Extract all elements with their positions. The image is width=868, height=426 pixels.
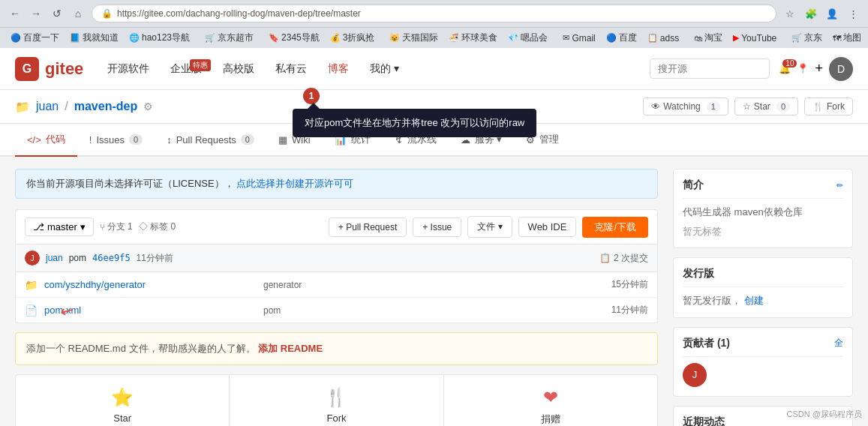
tab-pullrequests[interactable]: ↕ Pull Requests 0 — [155, 124, 266, 157]
contributors-header: 贡献者 (1) 全 — [683, 337, 843, 357]
tab-pipeline[interactable]: ↯ 流水线 — [383, 124, 449, 157]
bookmark-tmall[interactable]: 😺 天猫国际 — [385, 30, 443, 46]
repo-type-icon: 📁 — [15, 100, 30, 114]
tags-stat[interactable]: ◇ 标签 0 — [139, 220, 176, 233]
repo-owner-link[interactable]: juan — [36, 100, 59, 113]
star-stat[interactable]: ⭐ Star 0 — [16, 375, 230, 426]
fork-button[interactable]: 🍴 Fork — [804, 98, 853, 116]
tab-code[interactable]: </> 代码 — [15, 124, 77, 157]
file-name-cell: com/yszhdhy/generator — [44, 279, 256, 290]
nav-university[interactable]: 高校版 — [214, 58, 263, 80]
tab-issues[interactable]: ! Issues 0 — [77, 124, 155, 157]
commit-message: pom — [69, 253, 86, 263]
back-button[interactable]: ← — [6, 4, 24, 22]
wiki-icon: ▦ — [278, 134, 287, 146]
baidu-icon: 🔵 — [11, 33, 21, 43]
notification-button[interactable]: 🔔 10 — [779, 63, 791, 74]
url-bar[interactable]: 🔒 https://gitee.com/dachang-rolling-dog/… — [92, 4, 776, 22]
bookmark-baidu[interactable]: 🔵 百度一下 — [6, 30, 64, 46]
search-input[interactable] — [650, 58, 770, 79]
watch-button[interactable]: 👁 Watching 1 — [643, 98, 728, 116]
main-nav: 开源软件 企业版 特惠 高校版 私有云 博客 我的 ▾ — [98, 58, 408, 80]
add-readme-link[interactable]: 添加 README — [258, 343, 323, 354]
bookmark-baidu2[interactable]: 🔵 百度 — [602, 30, 641, 46]
bookmark-vip[interactable]: 💎 嗯品会 — [503, 30, 552, 46]
bookmark-wozhizhidao[interactable]: 📘 我就知道 — [65, 30, 123, 46]
account-icon[interactable]: 👤 — [823, 4, 841, 22]
nav-enterprise[interactable]: 企业版 特惠 — [161, 58, 211, 80]
bookmark-jd[interactable]: 🛒 京东超市 — [200, 30, 258, 46]
bookmark-youtube[interactable]: ▶ YouTube — [728, 32, 781, 45]
commit-author[interactable]: juan — [46, 253, 63, 263]
bookmark-2345[interactable]: 🔖 2345导航 — [264, 30, 324, 46]
bookmark-hao123[interactable]: 🌐 hao123导航 — [125, 30, 194, 46]
user-avatar[interactable]: D — [829, 57, 853, 81]
file-time-cell: 15分钟前 — [588, 278, 648, 291]
bookmark-map[interactable]: 🗺 地图 — [828, 30, 866, 46]
tab-stats[interactable]: 📊 统计 — [323, 124, 383, 157]
gitee-header: G gitee 开源软件 企业版 特惠 高校版 私有云 博客 我的 ▾ 🔔 10… — [0, 48, 868, 90]
tab-services[interactable]: ☁ 服务 ▾ — [449, 124, 515, 157]
sidebar-intro: 简介 ✏ 代码生成器 maven依赖仓库 暂无标签 — [673, 169, 853, 248]
donate-stat-icon: ❤ — [543, 387, 558, 408]
star-stat-icon: ⭐ — [111, 387, 134, 408]
release-create-link[interactable]: 创建 — [744, 295, 764, 306]
fork-stat[interactable]: 🍴 Fork 0 — [230, 375, 443, 426]
file-message-cell: generator — [263, 280, 581, 290]
nav-blog[interactable]: 博客 — [319, 58, 358, 80]
release-text: 暂无发行版， 创建 — [683, 293, 843, 308]
bookmark-jd2[interactable]: 🛒 京东 — [787, 30, 827, 46]
tab-wiki[interactable]: ▦ Wiki — [266, 124, 323, 157]
youtube-label: YouTube — [741, 33, 776, 44]
location-icon[interactable]: 📍 — [797, 63, 809, 74]
branch-icon: ⎇ — [33, 221, 44, 232]
home-button[interactable]: ⌂ — [69, 4, 87, 22]
bookmark-food[interactable]: 🍜 环球美食 — [444, 30, 502, 46]
branches-stat[interactable]: ⑂ 分支 1 — [100, 220, 133, 233]
intro-edit-icon[interactable]: ✏ — [836, 181, 843, 190]
nav-private-cloud[interactable]: 私有云 — [266, 58, 316, 80]
commit-author-avatar: J — [25, 250, 40, 266]
commit-count[interactable]: 📋 2 次提交 — [599, 252, 648, 265]
issues-icon: ! — [89, 134, 92, 146]
bookmark-adss[interactable]: 📋 adss — [643, 32, 683, 45]
extensions-icon[interactable]: 🧩 — [802, 4, 820, 22]
tab-management[interactable]: ⚙ 管理 — [514, 124, 571, 157]
gitee-logo[interactable]: G gitee — [15, 57, 83, 81]
webide-button[interactable]: Web IDE — [518, 217, 577, 237]
donate-stat-label: 捐赠 — [541, 412, 560, 426]
repo-name-link[interactable]: maven-dep — [74, 100, 137, 113]
star-button[interactable]: ☆ Star 0 — [734, 98, 798, 116]
repo-settings-icon[interactable]: ⚙ — [143, 100, 153, 112]
forward-button[interactable]: → — [27, 4, 45, 22]
branch-stats: ⑂ 分支 1 ◇ 标签 0 — [100, 220, 176, 233]
bookmark-sale[interactable]: 💰 3折疯抢 — [326, 30, 380, 46]
folder-link[interactable]: com/yszhdhy/generator — [44, 279, 146, 290]
commit-hash[interactable]: 46ee9f5 — [92, 253, 131, 263]
add-button[interactable]: + — [815, 61, 823, 76]
main-content: 你当前开源项目尚未选择许可证（LICENSE）， 点此选择并创建开源许可可 ⎇ … — [0, 157, 868, 426]
contributor-avatar[interactable]: J — [683, 363, 707, 387]
more-icon[interactable]: ⋮ — [844, 4, 862, 22]
lock-icon: 🔒 — [101, 8, 113, 19]
pipeline-icon: ↯ — [395, 134, 403, 146]
pull-request-button[interactable]: + Pull Request — [329, 218, 407, 237]
file-link[interactable]: pom.xml — [44, 304, 81, 316]
code-icon: </> — [27, 134, 41, 146]
branch-bar: ⎇ master ▾ ⑂ 分支 1 ◇ 标签 0 + Pull Request … — [15, 209, 658, 244]
repo-sidebar: 简介 ✏ 代码生成器 maven依赖仓库 暂无标签 发行版 暂无发行版， 创建 … — [673, 169, 853, 426]
donate-stat[interactable]: ❤ 捐赠 0 人次 — [444, 375, 657, 426]
file-button[interactable]: 文件 ▾ — [467, 216, 512, 238]
nav-opensource[interactable]: 开源软件 — [98, 58, 158, 80]
issue-button[interactable]: + Issue — [413, 218, 461, 237]
license-link[interactable]: 点此选择并创建开源许可可 — [236, 178, 353, 189]
branch-select[interactable]: ⎇ master ▾ — [25, 218, 94, 236]
contributor-all-link[interactable]: 全 — [834, 337, 843, 350]
sidebar-intro-header: 简介 ✏ — [683, 178, 843, 199]
nav-mine[interactable]: 我的 ▾ — [361, 58, 408, 80]
refresh-button[interactable]: ↺ — [48, 4, 66, 22]
bookmark-gmail[interactable]: ✉ Gmail — [558, 32, 599, 45]
bookmark-taobao[interactable]: 🛍 淘宝 — [689, 30, 727, 46]
bookmark-icon[interactable]: ☆ — [781, 4, 799, 22]
clone-download-button[interactable]: 克隆/下载 — [582, 217, 648, 238]
